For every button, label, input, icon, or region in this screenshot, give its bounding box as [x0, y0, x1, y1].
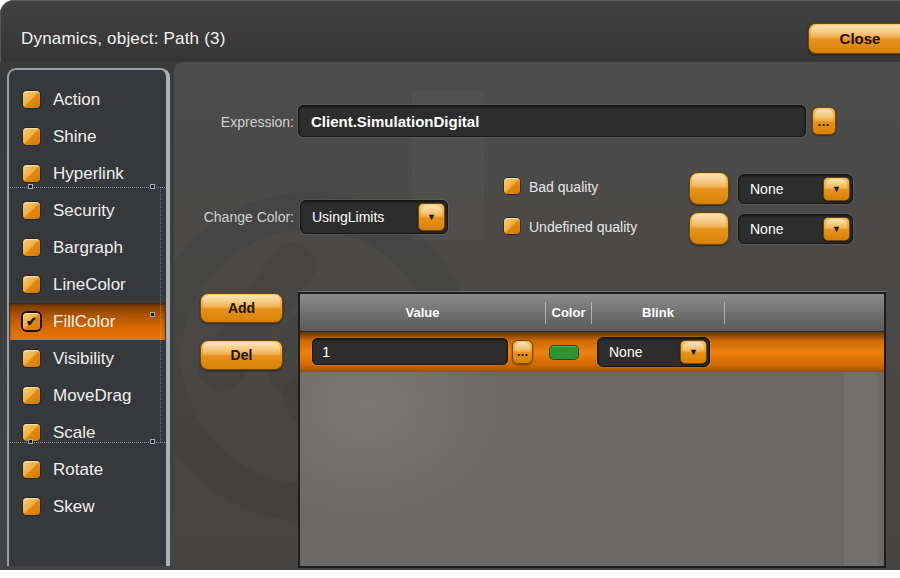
undefined-quality-dropdown[interactable]: None ▼ — [738, 214, 853, 244]
checkbox-icon — [23, 165, 40, 182]
sidebar-item-label: Skew — [53, 497, 95, 517]
sidebar-item-fillcolor[interactable]: ✔ FillColor — [10, 303, 165, 340]
chevron-down-icon[interactable]: ▼ — [823, 217, 850, 241]
change-color-value: UsingLimits — [301, 209, 416, 225]
column-header-blink: Blink — [591, 302, 724, 324]
dynamics-dialog: Dynamics, object: Path (3) Close Action … — [0, 0, 900, 570]
column-header-color: Color — [545, 302, 591, 324]
chevron-down-icon[interactable]: ▼ — [680, 340, 707, 364]
add-button[interactable]: Add — [200, 293, 283, 323]
dynamics-list: Action Shine Hyperlink Security Bargraph… — [9, 70, 166, 525]
sidebar-item-label: Visibility — [53, 349, 114, 369]
sidebar-item-label: Shine — [53, 127, 96, 147]
sidebar-item-label: LineColor — [53, 275, 126, 295]
bad-quality-label: Bad quality — [529, 179, 598, 195]
marquee-handle[interactable] — [150, 312, 155, 317]
ellipsis-icon: … — [517, 345, 529, 359]
sidebar-item-label: Hyperlink — [53, 164, 124, 184]
limits-table: Value Color Blink … None ▼ — [298, 292, 886, 568]
screenshot-canvas: Dynamics, object: Path (3) Close Action … — [0, 0, 900, 578]
change-color-label: Change Color: — [180, 209, 294, 225]
sidebar-item-label: Security — [53, 201, 114, 221]
del-button[interactable]: Del — [200, 340, 283, 370]
sidebar-item-linecolor[interactable]: LineColor — [10, 266, 165, 303]
close-button[interactable]: Close — [808, 23, 900, 54]
checkbox-icon — [23, 91, 40, 108]
add-button-label: Add — [228, 300, 255, 316]
sidebar-item-security[interactable]: Security — [10, 192, 165, 229]
checkbox-icon — [23, 202, 40, 219]
chevron-down-icon[interactable]: ▼ — [418, 203, 445, 231]
sidebar-item-label: Bargraph — [53, 238, 123, 258]
dialog-title: Dynamics, object: Path (3) — [21, 29, 226, 49]
bad-quality-color-picker-button[interactable] — [689, 172, 729, 205]
sidebar-item-bargraph[interactable]: Bargraph — [10, 229, 165, 266]
fillcolor-settings-panel: Expression: … Change Color: UsingLimits … — [174, 62, 900, 570]
expression-label: Expression: — [186, 114, 294, 130]
checkbox-icon — [23, 276, 40, 293]
sidebar-item-label: MoveDrag — [53, 386, 131, 406]
del-button-label: Del — [231, 347, 253, 363]
bad-quality-checkbox[interactable] — [504, 178, 520, 194]
bad-quality-value: None — [739, 181, 821, 197]
sidebar-item-scale[interactable]: Scale — [10, 414, 165, 451]
checked-checkbox-icon: ✔ — [23, 313, 40, 330]
undefined-quality-checkbox[interactable] — [504, 218, 520, 234]
marquee-handle[interactable] — [150, 439, 155, 444]
close-button-label: Close — [840, 30, 881, 47]
expression-input[interactable] — [298, 105, 806, 137]
row-color-swatch[interactable] — [549, 345, 579, 360]
sidebar-item-label: FillColor — [53, 312, 115, 332]
dynamics-sidebar: Action Shine Hyperlink Security Bargraph… — [7, 68, 170, 566]
titlebar: Dynamics, object: Path (3) — [0, 0, 900, 62]
checkbox-icon — [23, 350, 40, 367]
undefined-quality-color-picker-button[interactable] — [689, 212, 729, 245]
table-empty-area[interactable] — [300, 372, 884, 566]
sidebar-item-label: Scale — [53, 423, 96, 443]
sidebar-item-visibility[interactable]: Visibility — [10, 340, 165, 377]
sidebar-item-label: Action — [53, 90, 100, 110]
row-blink-value: None — [598, 344, 678, 360]
row-value-input[interactable] — [312, 338, 508, 365]
checkbox-icon — [23, 387, 40, 404]
table-row[interactable]: … None ▼ — [300, 332, 884, 372]
marquee-handle[interactable] — [28, 439, 33, 444]
sidebar-item-rotate[interactable]: Rotate — [10, 451, 165, 488]
checkbox-icon — [23, 128, 40, 145]
checkbox-icon — [23, 498, 40, 515]
undefined-quality-label: Undefined quality — [529, 219, 637, 235]
sidebar-item-action[interactable]: Action — [10, 81, 165, 118]
expression-browse-ellipsis-button[interactable]: … — [812, 107, 836, 135]
sidebar-item-movedrag[interactable]: MoveDrag — [10, 377, 165, 414]
change-color-dropdown[interactable]: UsingLimits ▼ — [300, 200, 448, 234]
sidebar-item-label: Rotate — [53, 460, 103, 480]
watermark-graphic — [844, 372, 878, 566]
marquee-handle[interactable] — [28, 184, 33, 189]
row-browse-ellipsis-button[interactable]: … — [512, 340, 533, 364]
checkbox-icon — [23, 239, 40, 256]
bad-quality-dropdown[interactable]: None ▼ — [738, 174, 853, 204]
row-blink-dropdown[interactable]: None ▼ — [597, 337, 710, 367]
selection-marquee-right — [160, 187, 161, 442]
ellipsis-icon: … — [817, 114, 831, 129]
undefined-quality-value: None — [739, 221, 821, 237]
table-header: Value Color Blink — [300, 294, 884, 332]
sidebar-item-skew[interactable]: Skew — [10, 488, 165, 525]
sidebar-item-shine[interactable]: Shine — [10, 118, 165, 155]
watermark-graphic — [300, 372, 520, 532]
column-header-value: Value — [300, 302, 545, 324]
column-header-extra — [724, 302, 882, 324]
marquee-handle[interactable] — [150, 184, 155, 189]
chevron-down-icon[interactable]: ▼ — [823, 177, 850, 201]
checkbox-icon — [23, 461, 40, 478]
